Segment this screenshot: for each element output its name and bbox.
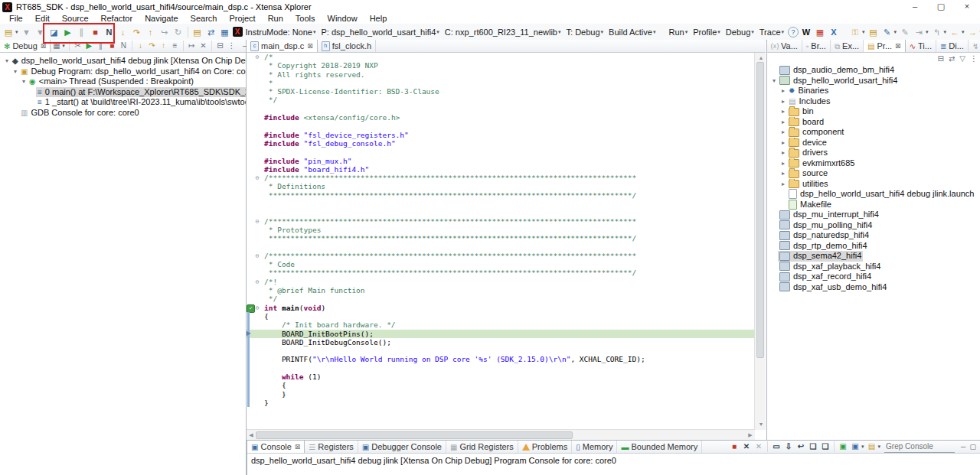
show-stdout-icon[interactable]: ❏ [807, 441, 819, 453]
code-line[interactable]: while (1) [247, 373, 755, 381]
pin-console-icon[interactable]: ▣ [837, 441, 849, 453]
config-dropdown[interactable]: C: nxp_rt600_RI23_11_newlib▾ [443, 28, 564, 37]
twisty-icon[interactable]: ▾ [20, 76, 28, 87]
tab-pr[interactable]: ▤Pr...⊠ [864, 40, 906, 52]
pipeline-view-icon[interactable]: ▦ [218, 26, 232, 38]
project-tree-item[interactable]: dsp_audio_demo_bm_hifi4 [767, 65, 980, 76]
tab-debug[interactable]: ✻ Debug ⊠ [0, 40, 51, 52]
code-line[interactable]: #include <xtensa/config/core.h> [247, 113, 755, 122]
menu-run[interactable]: Run [262, 14, 289, 23]
code-line[interactable]: ****************************************… [247, 191, 755, 200]
fold-icon[interactable]: ⊖ [253, 278, 262, 286]
menu-refactor[interactable]: Refactor [95, 14, 139, 23]
chart-tool-icon[interactable]: ▦ [813, 26, 827, 38]
console-output[interactable]: dsp_hello_world_usart_hifi4 debug jlink … [247, 454, 980, 467]
code-line[interactable]: ✓⊖int main(void) [247, 304, 755, 312]
code-line[interactable] [247, 243, 755, 252]
code-line[interactable]: BOARD_InitDebugConsole(); [247, 338, 755, 346]
disconnect-icon[interactable]: N [103, 26, 116, 38]
step-over-view-icon[interactable]: ↷ [146, 40, 158, 52]
menu-help[interactable]: Help [364, 14, 394, 23]
code-line[interactable]: PRINTF("\r\nHello World running on DSP c… [247, 355, 755, 363]
project-tree-item[interactable]: Makefile [767, 200, 980, 210]
last-edit-icon[interactable]: ↰▾ [930, 26, 949, 38]
key-icon[interactable]: ⚿▾ [848, 26, 867, 38]
tab-bounded-memory[interactable]: ▬Bounded Memory [617, 441, 702, 453]
code-area[interactable]: ⊖/* * Copyright 2018-2019 NXP * All righ… [247, 53, 755, 430]
close-button[interactable]: × [954, 0, 980, 13]
code-line[interactable]: ⊖/**************************************… [247, 217, 755, 226]
xtensa-logo-icon[interactable]: X [232, 27, 243, 37]
project-tree-item[interactable]: ▸✹Binaries [767, 86, 980, 96]
terminate-view-icon[interactable]: ■ [106, 40, 118, 52]
project-tree-item[interactable]: dsp_xaf_playback_hifi4 [767, 262, 980, 272]
project-tree-item[interactable]: ▸utilities [767, 179, 980, 190]
code-line[interactable]: ⊖/* [247, 53, 755, 61]
code-line[interactable]: * All rights reserved. [247, 70, 755, 79]
code-line[interactable]: #include "board_hifi4.h" [247, 165, 755, 174]
suspend-icon[interactable]: ∥ [75, 26, 89, 38]
word-wrap-icon[interactable]: ↩ [795, 441, 807, 453]
tab-registers[interactable]: ☰Registers [305, 441, 358, 453]
code-line[interactable]: #include "pin_mux.h" [247, 157, 755, 165]
resume-icon[interactable]: ▶ [61, 26, 75, 38]
step-return-icon[interactable]: ↑ [144, 26, 158, 38]
x-tool-icon[interactable]: X [827, 26, 841, 38]
code-line[interactable]: #include "fsl_debug_console.h" [247, 139, 755, 148]
new-wizard-icon[interactable]: ▤▾ [2, 26, 20, 38]
tab-debugger-console[interactable]: ▣Debugger Console [358, 441, 446, 453]
project-tree-item[interactable]: ▸evkmimxrt685 [767, 158, 980, 169]
menu-tools[interactable]: Tools [289, 14, 322, 23]
twisty-icon[interactable]: ▾ [11, 67, 19, 77]
step-return-view-icon[interactable]: ↑ [158, 40, 169, 52]
code-line[interactable]: */ [247, 96, 755, 104]
target-dropdown[interactable]: T: Debug▾ [564, 28, 607, 37]
code-line[interactable] [247, 148, 755, 156]
step-into-view-icon[interactable]: ↓ [135, 40, 146, 52]
skip-breakpoints-icon[interactable]: ◪ [47, 26, 61, 38]
debug-tree-item[interactable]: ▾◉<main> Thread (Suspended : Breakpoint) [0, 76, 246, 87]
tab-grid-registers[interactable]: ▦Grid Registers [446, 441, 518, 453]
close-icon[interactable]: ⊠ [295, 443, 301, 451]
open-console-icon[interactable]: ▤▾ [866, 441, 883, 453]
load-trace-icon[interactable]: ▤ [191, 26, 204, 38]
instrumode-dropdown[interactable]: InstruMode: None▾ [243, 28, 319, 37]
tab-ti[interactable]: ∿Ti... [906, 40, 936, 52]
twisty-icon[interactable]: ▾ [770, 76, 778, 86]
code-line[interactable]: } [247, 399, 755, 407]
menu-source[interactable]: Source [56, 14, 95, 23]
scroll-right-icon[interactable]: ▶ [746, 430, 755, 441]
view-menu-icon[interactable]: ⋮ [226, 40, 237, 52]
twisty-icon[interactable]: ▸ [779, 148, 787, 158]
restart-launch-icon[interactable]: ▶ [83, 40, 95, 52]
filter-icon[interactable]: ▽ [959, 54, 965, 63]
tab-ex[interactable]: ⧉Ex... [831, 40, 864, 52]
project-tree-item[interactable]: dsp_rtp_demo_hifi4 [767, 241, 980, 252]
suspend-view-icon[interactable]: ∥ [95, 40, 106, 52]
menu-edit[interactable]: Edit [29, 14, 56, 23]
terminate-console-icon[interactable]: ■ [728, 441, 740, 453]
run-dropdown[interactable]: Run▾ [666, 28, 691, 37]
twisty-icon[interactable]: ▸ [779, 168, 787, 179]
back-icon[interactable]: ←▾ [948, 26, 966, 38]
drop-to-frame-icon[interactable]: ≡ [169, 40, 181, 52]
twisty-icon[interactable]: ▸ [779, 86, 787, 96]
code-line[interactable] [247, 105, 755, 113]
twisty-icon[interactable]: ▸ [779, 96, 787, 107]
project-tree-item[interactable]: ▸board [767, 117, 980, 128]
use-step-filters-icon[interactable]: ✕ [198, 40, 209, 52]
open-resource-icon[interactable]: ▤ [867, 26, 880, 38]
collapse-all-icon[interactable]: ⊟ [938, 54, 944, 63]
tab-console[interactable]: ▣Console⊠ [247, 441, 305, 453]
scroll-down-icon[interactable]: ▼ [756, 419, 766, 430]
instruction-step-icon[interactable]: ↪ [158, 26, 172, 38]
twisty-icon[interactable]: ▸ [779, 106, 787, 117]
code-line[interactable]: */ [247, 294, 755, 303]
close-icon[interactable]: ⊠ [895, 42, 901, 50]
project-dropdown[interactable]: P: dsp_hello_world_usart_hifi4▾ [318, 28, 442, 37]
menu-search[interactable]: Search [185, 14, 224, 23]
editor-tab-main_dsp.c[interactable]: cmain_dsp.c⊠ [247, 40, 318, 52]
code-line[interactable]: /* Init board hardware. */ [247, 320, 755, 329]
tab-problems[interactable]: Problems [518, 441, 572, 453]
twisty-icon[interactable]: ▸ [779, 179, 787, 190]
